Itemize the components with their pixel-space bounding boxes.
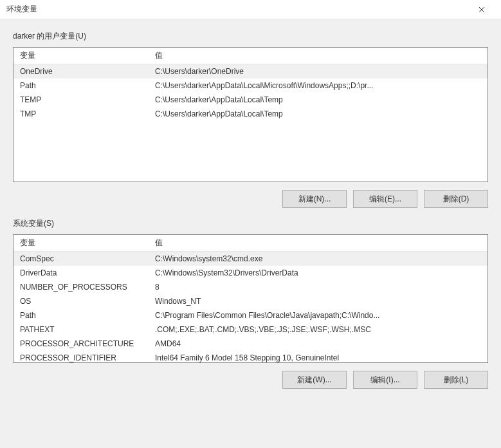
cell-value: C:\Users\darker\AppData\Local\Temp xyxy=(149,93,487,107)
column-header-name[interactable]: 变量 xyxy=(14,48,149,64)
user-edit-button[interactable]: 编辑(E)... xyxy=(353,190,417,208)
table-row[interactable]: TEMP C:\Users\darker\AppData\Local\Temp xyxy=(14,93,487,107)
cell-value: .COM;.EXE;.BAT;.CMD;.VBS;.VBE;.JS;.JSE;.… xyxy=(149,322,487,337)
table-row[interactable]: OneDrive C:\Users\darker\OneDrive xyxy=(14,64,487,79)
cell-name: PROCESSOR_ARCHITECTURE xyxy=(14,337,149,351)
system-edit-button[interactable]: 编辑(I)... xyxy=(353,371,417,389)
cell-name: Path xyxy=(14,308,149,322)
system-variables-section: 系统变量(S) 变量 值 ComSpec C:\Windows\system32… xyxy=(13,218,488,389)
user-new-button[interactable]: 新建(N)... xyxy=(282,190,347,208)
table-row[interactable]: Path C:\Users\darker\AppData\Local\Micro… xyxy=(14,79,487,93)
cell-value: C:\Users\darker\OneDrive xyxy=(149,64,487,79)
column-header-value[interactable]: 值 xyxy=(149,48,487,64)
user-buttons: 新建(N)... 编辑(E)... 删除(D) xyxy=(13,190,488,208)
cell-value: AMD64 xyxy=(149,337,487,351)
table-row[interactable]: PATHEXT .COM;.EXE;.BAT;.CMD;.VBS;.VBE;.J… xyxy=(14,322,487,337)
cell-value: 8 xyxy=(149,280,487,294)
cell-name: Path xyxy=(14,79,149,93)
close-icon xyxy=(478,6,485,13)
cell-value: C:\Windows\system32\cmd.exe xyxy=(149,252,487,266)
cell-name: NUMBER_OF_PROCESSORS xyxy=(14,280,149,294)
cell-name: PROCESSOR_IDENTIFIER xyxy=(14,351,149,362)
cell-value: C:\Users\darker\AppData\Local\Temp xyxy=(149,107,487,121)
table-row[interactable]: DriverData C:\Windows\System32\Drivers\D… xyxy=(14,266,487,280)
table-row[interactable]: TMP C:\Users\darker\AppData\Local\Temp xyxy=(14,107,487,121)
close-button[interactable] xyxy=(469,1,495,19)
table-row[interactable]: OS Windows_NT xyxy=(14,294,487,308)
system-delete-button[interactable]: 删除(L) xyxy=(424,371,488,389)
titlebar: 环境变量 xyxy=(0,0,501,19)
cell-name: DriverData xyxy=(14,266,149,280)
cell-value: C:\Program Files\Common Files\Oracle\Jav… xyxy=(149,308,487,322)
cell-name: OS xyxy=(14,294,149,308)
system-buttons: 新建(W)... 编辑(I)... 删除(L) xyxy=(13,371,488,389)
user-variables-section: darker 的用户变量(U) 变量 值 OneDrive C:\Users\d… xyxy=(13,31,488,208)
system-variables-table[interactable]: 变量 值 ComSpec C:\Windows\system32\cmd.exe… xyxy=(13,234,488,363)
cell-name: OneDrive xyxy=(14,64,149,79)
user-variables-label: darker 的用户变量(U) xyxy=(13,31,488,42)
table-row[interactable]: Path C:\Program Files\Common Files\Oracl… xyxy=(14,308,487,322)
table-row[interactable]: PROCESSOR_IDENTIFIER Intel64 Family 6 Mo… xyxy=(14,351,487,362)
cell-value: C:\Users\darker\AppData\Local\Microsoft\… xyxy=(149,79,487,93)
cell-value: C:\Windows\System32\Drivers\DriverData xyxy=(149,266,487,280)
table-row[interactable]: NUMBER_OF_PROCESSORS 8 xyxy=(14,280,487,294)
system-new-button[interactable]: 新建(W)... xyxy=(282,371,347,389)
window-title: 环境变量 xyxy=(6,4,469,15)
table-row[interactable]: ComSpec C:\Windows\system32\cmd.exe xyxy=(14,252,487,266)
cell-value: Windows_NT xyxy=(149,294,487,308)
dialog-content: darker 的用户变量(U) 变量 值 OneDrive C:\Users\d… xyxy=(0,19,501,448)
user-delete-button[interactable]: 删除(D) xyxy=(424,190,488,208)
cell-value: Intel64 Family 6 Model 158 Stepping 10, … xyxy=(149,351,487,362)
column-header-value[interactable]: 值 xyxy=(149,235,487,252)
user-variables-table[interactable]: 变量 值 OneDrive C:\Users\darker\OneDrive P… xyxy=(13,47,488,182)
cell-name: ComSpec xyxy=(14,252,149,266)
cell-name: TEMP xyxy=(14,93,149,107)
column-header-name[interactable]: 变量 xyxy=(14,235,149,252)
cell-name: PATHEXT xyxy=(14,322,149,337)
system-variables-label: 系统变量(S) xyxy=(13,218,488,229)
table-row[interactable]: PROCESSOR_ARCHITECTURE AMD64 xyxy=(14,337,487,351)
cell-name: TMP xyxy=(14,107,149,121)
